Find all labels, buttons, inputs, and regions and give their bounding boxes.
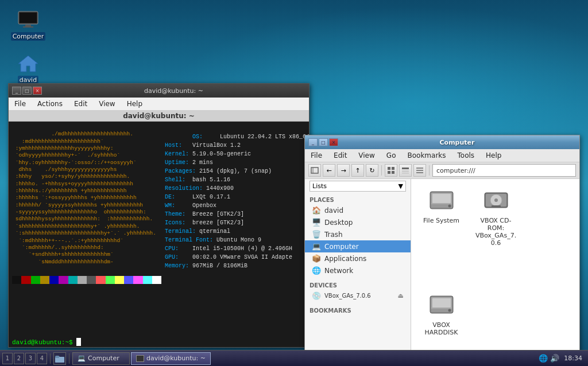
filesystem-label: File System bbox=[423, 217, 459, 224]
fm-lists-dropdown[interactable]: Lists ▼ bbox=[310, 181, 406, 192]
workspace-1-btn[interactable]: 1 bbox=[2, 353, 13, 364]
toolbar-separator2 bbox=[429, 165, 430, 176]
terminal-menu-actions[interactable]: Actions bbox=[35, 99, 65, 109]
taskbar-sep2 bbox=[69, 353, 69, 364]
computer-icon-label: Computer bbox=[11, 32, 46, 41]
eject-icon[interactable]: ⏏ bbox=[398, 292, 404, 299]
taskbar-filemanager-btn[interactable] bbox=[53, 352, 66, 365]
fm-sidebar-computer[interactable]: 💻 Computer bbox=[305, 240, 411, 252]
terminal-title-display: david@kubuntu: ~ bbox=[9, 111, 309, 122]
svg-point-25 bbox=[494, 198, 498, 202]
terminal-menu-view[interactable]: View bbox=[96, 99, 117, 109]
david-folder-icon: 🏠 bbox=[312, 206, 321, 215]
fm-list-view-btn[interactable] bbox=[413, 164, 426, 177]
workspace-4-btn[interactable]: 4 bbox=[37, 353, 47, 364]
desktop-label: Desktop bbox=[324, 219, 353, 227]
fm-close-btn[interactable]: × bbox=[329, 138, 338, 146]
fm-maximize-btn[interactable]: □ bbox=[319, 138, 328, 146]
fm-file-filesystem[interactable]: File System bbox=[417, 185, 466, 249]
harddisk-drive-icon bbox=[428, 291, 455, 319]
taskbar-terminal-window[interactable]: david@kubuntu: ~ bbox=[131, 352, 211, 365]
terminal-minimize-btn[interactable]: _ bbox=[12, 87, 21, 95]
fm-forward-btn[interactable]: → bbox=[337, 164, 350, 177]
fm-menubar: File Edit View Go Bookmarks Tools Help bbox=[305, 149, 579, 162]
terminal-menu-file[interactable]: File bbox=[12, 99, 28, 109]
computer-icon bbox=[17, 8, 40, 31]
fm-sidebar-vbox[interactable]: 💿 VBox_GAs_7.0.6 ⏏ bbox=[305, 290, 411, 302]
svg-rect-7 bbox=[388, 167, 390, 170]
fm-file-harddisk[interactable]: VBOX HARDDISK bbox=[417, 255, 466, 338]
svg-point-20 bbox=[448, 205, 451, 208]
volume-tray-icon[interactable]: 🔊 bbox=[550, 354, 559, 363]
desktop-icon-computer[interactable]: Computer bbox=[8, 8, 48, 41]
fm-menu-tools[interactable]: Tools bbox=[455, 150, 477, 161]
svg-rect-8 bbox=[392, 167, 394, 170]
svg-rect-26 bbox=[492, 205, 501, 208]
fm-back-btn[interactable]: ← bbox=[323, 164, 335, 177]
svg-marker-4 bbox=[18, 56, 38, 72]
fm-sidebar-network[interactable]: 🌐 Network bbox=[305, 264, 411, 277]
fm-menu-edit[interactable]: Edit bbox=[331, 150, 349, 161]
terminal-titlebar: _ □ × david@kubuntu: ~ bbox=[9, 84, 309, 98]
fm-menu-file[interactable]: File bbox=[308, 150, 324, 161]
fm-devices-section: Devices 💿 VBox_GAs_7.0.6 ⏏ bbox=[305, 279, 411, 304]
fm-new-tab-btn[interactable] bbox=[308, 164, 321, 177]
network-icon: 🌐 bbox=[312, 266, 321, 275]
fm-toolbar: ← → ↑ ↻ bbox=[305, 162, 579, 179]
network-tray-icon[interactable]: 🌐 bbox=[539, 354, 548, 363]
dropdown-arrow: ▼ bbox=[399, 182, 403, 190]
fm-sidebar-desktop[interactable]: 🖥️ Desktop bbox=[305, 216, 411, 228]
fm-menu-help[interactable]: Help bbox=[483, 150, 504, 161]
svg-rect-10 bbox=[392, 171, 394, 174]
prompt-text: david@kubuntu:~$ bbox=[12, 339, 73, 346]
applications-icon: 📦 bbox=[312, 254, 321, 263]
filemanager-window: _ □ × Computer File Edit View Go Bookmar… bbox=[304, 135, 580, 366]
terminal-art: ./mdhhhhhhhhhhhhhhhhhhhh. :mdhhhhhhhhhhh… bbox=[12, 124, 161, 334]
fm-bookmarks-section: Bookmarks bbox=[305, 304, 411, 317]
trash-icon: 🗑️ bbox=[312, 230, 321, 239]
fm-file-cdrom[interactable]: VBOX CD-ROM: VBox_GAs_7.0.6 bbox=[471, 185, 520, 249]
fm-location-bar[interactable]: computer:/// bbox=[432, 164, 576, 177]
fm-grid-view-btn[interactable] bbox=[385, 164, 397, 177]
home-icon bbox=[17, 52, 40, 75]
desktop-icon-david[interactable]: david bbox=[8, 52, 48, 84]
terminal-menu-help[interactable]: Help bbox=[125, 99, 145, 109]
fm-win-controls: _ □ × bbox=[308, 138, 338, 146]
fm-sidebar-applications[interactable]: 📦 Applications bbox=[305, 252, 411, 264]
fm-up-btn[interactable]: ↑ bbox=[351, 164, 364, 177]
fm-view2-btn[interactable] bbox=[399, 164, 412, 177]
fm-content: File System VBOX CD-ROM: VBox_GAs_7.0.6 bbox=[411, 179, 579, 366]
fm-sidebar-david[interactable]: 🏠 david bbox=[305, 204, 411, 216]
fm-places-header: Places bbox=[305, 196, 411, 204]
fm-menu-bookmarks[interactable]: Bookmarks bbox=[405, 150, 448, 161]
desktop-folder-icon: 🖥️ bbox=[312, 218, 321, 227]
workspace-3-btn[interactable]: 3 bbox=[25, 353, 36, 364]
taskbar: 1 2 3 4 💻 Computer david@kubuntu: ~ bbox=[0, 350, 588, 366]
terminal-menu-edit[interactable]: Edit bbox=[72, 99, 90, 109]
svg-rect-2 bbox=[25, 25, 31, 26]
taskbar-left: 1 2 3 4 💻 Computer david@kubuntu: ~ bbox=[0, 352, 213, 365]
terminal-title: david@kubuntu: ~ bbox=[42, 87, 305, 95]
fm-bookmarks-header: Bookmarks bbox=[305, 306, 411, 315]
applications-label: Applications bbox=[324, 255, 366, 263]
terminal-maximize-btn[interactable]: □ bbox=[22, 87, 32, 95]
terminal-close-btn[interactable]: × bbox=[33, 87, 42, 95]
fm-titlebar: _ □ × Computer bbox=[305, 135, 579, 149]
terminal-body[interactable]: ./mdhhhhhhhhhhhhhhhhhhhh. :mdhhhhhhhhhhh… bbox=[9, 122, 309, 337]
fm-menu-go[interactable]: Go bbox=[384, 150, 399, 161]
taskbar-clock: 18:34 bbox=[562, 355, 585, 362]
taskbar-right: 🌐 🔊 18:34 bbox=[535, 354, 588, 363]
fm-minimize-btn[interactable]: _ bbox=[308, 138, 318, 146]
computer-taskbar-label: Computer bbox=[88, 355, 119, 362]
taskbar-computer-window[interactable]: 💻 Computer bbox=[72, 352, 130, 365]
fm-menu-view[interactable]: View bbox=[356, 150, 377, 161]
vbox-label: VBox_GAs_7.0.6 bbox=[324, 293, 371, 299]
workspace-2-btn[interactable]: 2 bbox=[14, 353, 24, 364]
cursor bbox=[76, 338, 81, 346]
terminal-prompt[interactable]: david@kubuntu:~$ bbox=[9, 337, 309, 347]
svg-rect-13 bbox=[402, 173, 409, 174]
svg-rect-11 bbox=[402, 168, 409, 169]
fm-reload-btn[interactable]: ↻ bbox=[366, 164, 378, 177]
fm-sidebar-trash[interactable]: 🗑️ Trash bbox=[305, 228, 411, 240]
terminal-sysinfo: OS: Lubuntu 22.04.2 LTS x86_64 Host: Vir… bbox=[161, 124, 309, 334]
